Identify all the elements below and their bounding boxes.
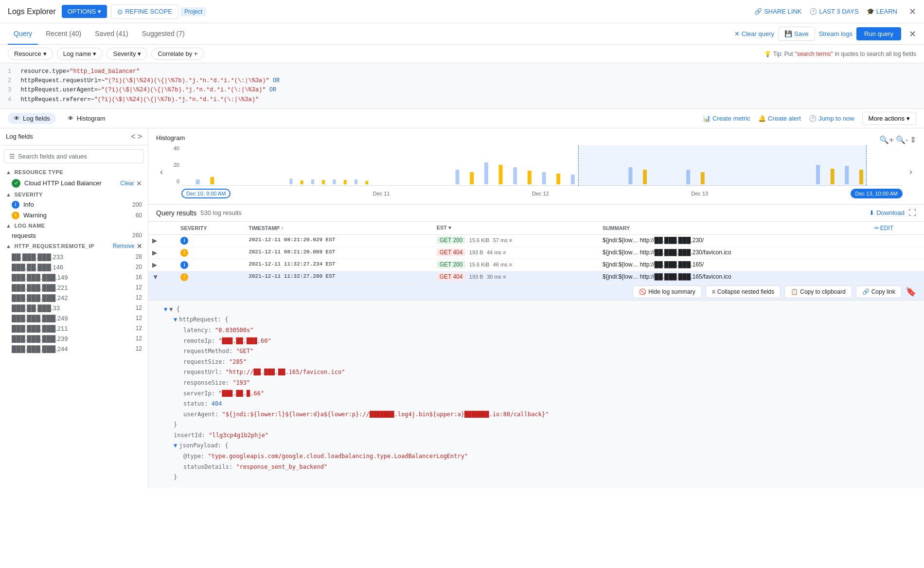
row-expand-cell[interactable]: ▶ [148, 259, 177, 271]
row-expand-button[interactable]: ▶ [152, 261, 157, 268]
edit-button[interactable]: ✏ EDIT [874, 225, 893, 231]
hide-icon: 🚫 [639, 288, 646, 295]
results-table[interactable]: SEVERITY TIMESTAMP ↑ EST ▾ SUMMARY ✏ EDI… [148, 222, 924, 487]
chevron-up-icon: ▲ [6, 192, 11, 197]
panel-nav-left[interactable]: < [131, 132, 135, 141]
create-metric-button[interactable]: 📊 Create metric [703, 115, 750, 122]
col-est[interactable]: EST ▾ [433, 222, 599, 235]
close-button[interactable]: ✕ [909, 6, 916, 17]
severity-cell: ! [177, 271, 245, 283]
remove-resource-button[interactable]: ✕ [136, 179, 142, 187]
histogram-next-button[interactable]: › [909, 167, 912, 177]
end-time-badge[interactable]: Dec 13, 10:00 AM [851, 189, 903, 198]
tab-query[interactable]: Query [8, 23, 38, 45]
share-link-button[interactable]: 🔗 SHARE LINK [754, 8, 801, 15]
resource-type-section-header[interactable]: ▲ RESOURCE TYPE [0, 167, 148, 177]
expand-results-button[interactable]: ⛶ [908, 209, 916, 217]
row-expand-button[interactable]: ▶ [152, 249, 157, 256]
log-fields-tab[interactable]: 👁 Log fields [8, 113, 56, 124]
tab-suggested[interactable]: Suggested (7) [136, 23, 191, 45]
copy-to-clipboard-button[interactable]: 📋 Copy to clipboard [784, 285, 852, 298]
svg-rect-15 [528, 171, 532, 184]
remove-x-icon[interactable]: ✕ [137, 243, 142, 250]
ip-section-container: ▲ http_request.remote_ip Remove ✕ ██.███… [0, 241, 148, 354]
row-expand-cell[interactable]: ▼ [148, 271, 177, 283]
clear-query-button[interactable]: ✕ Clear query [734, 30, 774, 37]
start-time-badge[interactable]: Dec 10, 9:00 AM [181, 189, 231, 198]
http-expand-icon[interactable]: ▼ [174, 316, 177, 323]
bookmark-button[interactable]: 🔖 [906, 286, 916, 297]
ip-count: 12 [136, 345, 142, 352]
correlate-filter-chip[interactable]: Correlate by + [151, 48, 204, 60]
log-name-filter-chip[interactable]: Log name ▾ [57, 48, 103, 60]
table-head: SEVERITY TIMESTAMP ↑ EST ▾ SUMMARY ✏ EDI… [148, 222, 924, 235]
jump-to-now-button[interactable]: 🕐 Jump to now [809, 115, 854, 122]
tab-saved[interactable]: Saved (41) [89, 23, 134, 45]
remove-ip-field-button[interactable]: Remove [113, 243, 135, 249]
tip-area: 💡 Tip: Put "search terms" in quotes to s… [764, 51, 916, 57]
panel-close-button[interactable]: ✕ [909, 29, 916, 39]
create-alert-button[interactable]: 🔔 Create alert [758, 115, 801, 122]
table-row: ▶ i 2021-12-11 08:21:20.029 EST GET 200 … [148, 234, 924, 247]
copy-link-button[interactable]: 🔗 Copy link [856, 285, 902, 298]
resource-item: ✓ Cloud HTTP Load Balancer Clear ✕ [0, 177, 148, 190]
panel-nav-right[interactable]: > [138, 132, 142, 141]
collapse-nested-button[interactable]: ≡ Collapse nested fields [706, 285, 781, 298]
query-line-1: 1 resource.type="http_load_balancer" [8, 67, 916, 76]
severity-section-header[interactable]: ▲ SEVERITY [0, 190, 148, 199]
row-expand-button[interactable]: ▼ [152, 273, 159, 281]
hide-log-summary-button[interactable]: 🚫 Hide log summary [633, 285, 702, 298]
tab-recent[interactable]: Recent (40) [40, 23, 87, 45]
chevron-up-icon: ▲ [6, 169, 11, 175]
more-actions-button[interactable]: More actions ▾ [862, 112, 916, 125]
method-cell: GET 200 15.6 KiB 57 ms ≡ [433, 234, 599, 247]
ip-section-header[interactable]: ▲ http_request.remote_ip Remove ✕ [0, 241, 148, 252]
latency-value: 46 ms ≡ [493, 262, 512, 267]
histogram-prev-button[interactable]: ‹ [160, 167, 163, 177]
refine-scope-icon: ⊙ [117, 8, 123, 16]
col-timestamp[interactable]: TIMESTAMP ↑ [245, 222, 432, 235]
histogram-tab[interactable]: 👁 Histogram [62, 113, 111, 124]
ip-count: 12 [136, 315, 142, 321]
resource-filter-chip[interactable]: Resource ▾ [8, 48, 53, 60]
search-fields-input-container[interactable]: ☰ Search fields and values [4, 149, 144, 163]
ip-count: 12 [136, 325, 142, 332]
warning-count: 60 [136, 212, 142, 219]
ip-address: ███.███.███.149 [12, 274, 68, 281]
learn-button[interactable]: 🎓 LEARN [867, 8, 897, 15]
ip-list-item: ███.███.███.24912 [0, 313, 148, 323]
severity-cell: i [177, 259, 245, 271]
options-button[interactable]: OPTIONS ▾ [62, 5, 107, 18]
stream-logs-button[interactable]: Stream logs [819, 30, 853, 37]
save-button[interactable]: 💾 Save [778, 27, 815, 41]
severity-badge: ! [180, 249, 188, 257]
col-severity: SEVERITY [177, 222, 245, 235]
svg-rect-1 [210, 177, 214, 184]
svg-rect-2 [289, 178, 292, 184]
zoom-out-button[interactable]: 🔍- [896, 135, 908, 144]
col-edit[interactable]: ✏ EDIT [871, 222, 924, 235]
log-name-section-header[interactable]: ▲ LOG NAME [0, 221, 148, 231]
clear-resource-button[interactable]: Clear [120, 180, 134, 187]
summary-text: ${jndi:${low… http://██.███.███.165/favi… [603, 273, 731, 280]
query-editor[interactable]: 1 resource.type="http_load_balancer" 2 h… [0, 63, 924, 109]
last-3-days-button[interactable]: 🕐 LAST 3 DAYS [809, 8, 858, 15]
zoom-in-button[interactable]: 🔍+ [879, 135, 893, 144]
method-cell: GET 404 193 B 44 ms ≡ [433, 247, 599, 259]
download-button[interactable]: ⬇ Download [869, 209, 905, 216]
row-expand-cell[interactable]: ▶ [148, 234, 177, 247]
ip-list: ██.███.███.23328███.██.███.14620███.███.… [0, 252, 148, 354]
expand-tree-icon[interactable]: ▼ [164, 306, 167, 313]
resize-button[interactable]: ⇕ [910, 135, 916, 144]
severity-badge: ! [180, 273, 188, 281]
log-fields-title: Log fields [6, 133, 33, 140]
refine-scope-button[interactable]: ⊙ REFINE SCOPE [111, 4, 178, 19]
row-expand-cell[interactable]: ▶ [148, 247, 177, 259]
json-expand-icon[interactable]: ▼ [174, 442, 177, 449]
table-row: ▼ ! 2021-12-11 11:32:27.280 EST GET 404 … [148, 271, 924, 283]
save-icon: 💾 [784, 30, 792, 37]
left-panel: Log fields < > ☰ Search fields and value… [0, 128, 148, 487]
row-expand-button[interactable]: ▶ [152, 237, 157, 244]
run-query-button[interactable]: Run query [856, 27, 901, 40]
severity-filter-chip[interactable]: Severity ▾ [107, 48, 147, 60]
